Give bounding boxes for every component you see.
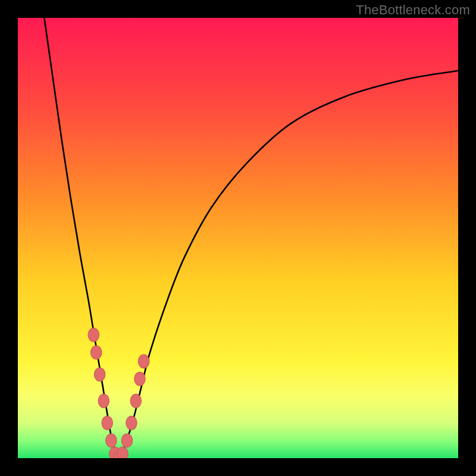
- curve-marker: [94, 368, 105, 381]
- curve-marker: [117, 447, 129, 458]
- plot-area: [18, 18, 458, 458]
- curve-marker: [130, 394, 142, 408]
- watermark-text: TheBottleneck.com: [356, 2, 470, 18]
- bottleneck-curve: [18, 18, 458, 458]
- curve-marker: [121, 434, 133, 447]
- curve-marker: [138, 355, 149, 368]
- curve-marker: [90, 346, 102, 359]
- curve-marker: [126, 416, 137, 430]
- curve-marker: [134, 372, 146, 386]
- chart-frame: TheBottleneck.com: [0, 0, 476, 476]
- curve-marker: [102, 416, 113, 430]
- curve-marker: [106, 434, 117, 447]
- curve-marker: [98, 394, 109, 408]
- curve-marker: [88, 328, 99, 342]
